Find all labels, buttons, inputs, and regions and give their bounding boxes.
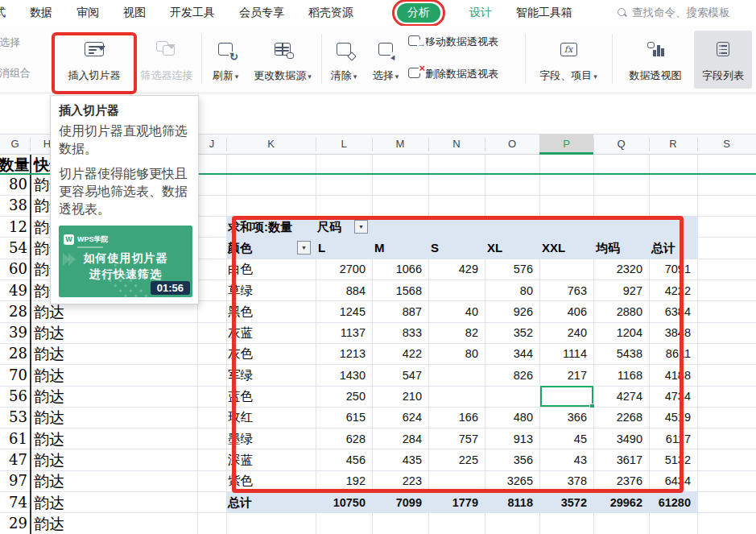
move-pivot-button[interactable]: → 移动数据透视表 bbox=[408, 32, 498, 52]
pivot-grand-total-cell[interactable]: 7099 bbox=[372, 492, 422, 513]
clipped-ungroup-button[interactable]: 取消组合 bbox=[0, 66, 31, 81]
grid-line bbox=[697, 155, 698, 534]
menu-tab-4[interactable]: 会员专享 bbox=[239, 6, 284, 20]
col-header-M[interactable]: M bbox=[372, 135, 428, 154]
source-courier-cell[interactable]: 韵达 bbox=[34, 428, 64, 449]
source-courier-cell[interactable]: 韵达 bbox=[34, 365, 64, 386]
slicer-connections-label: 筛选器连接 bbox=[141, 69, 193, 81]
pivot-grand-total-cell[interactable]: 29962 bbox=[593, 492, 642, 513]
move-pivot-icon: → bbox=[408, 35, 420, 48]
menu-bar: 式 数据审阅视图开发工具会员专享稻壳资源分析设计智能工具箱 查找命令、搜索模板 bbox=[0, 0, 756, 26]
col-header-K[interactable]: K bbox=[226, 135, 316, 154]
clear-button[interactable]: 清除▾ bbox=[325, 31, 362, 89]
col-header-L[interactable]: L bbox=[316, 135, 372, 154]
menu-tab-clipped[interactable]: 式 bbox=[0, 6, 6, 20]
pivot-grand-total-cell[interactable]: 10750 bbox=[316, 492, 366, 513]
menu-tab-3[interactable]: 开发工具 bbox=[170, 6, 215, 20]
slicer-connections-icon bbox=[135, 37, 198, 61]
menu-tab-1[interactable]: 审阅 bbox=[76, 6, 99, 20]
pivot-grand-total-cell[interactable]: 8118 bbox=[485, 492, 533, 513]
menu-items: 数据审阅视图开发工具会员专享稻壳资源分析设计智能工具箱 bbox=[30, 0, 572, 27]
delete-pivot-icon: × bbox=[408, 68, 420, 81]
col-header-J[interactable]: J bbox=[197, 135, 226, 154]
promo-video-thumbnail[interactable]: W WPS学院 如何使用切片器 进行快速筛选 01:56 bbox=[59, 226, 192, 297]
col-header-G[interactable]: G bbox=[0, 135, 30, 154]
source-qty-cell[interactable]: 12 bbox=[0, 217, 27, 238]
field-list-button[interactable]: 字段列表 bbox=[694, 31, 752, 89]
col-header-S[interactable]: S bbox=[697, 135, 756, 154]
video-duration-badge: 01:56 bbox=[151, 281, 190, 295]
pivot-grand-total-cell[interactable]: 61280 bbox=[649, 492, 691, 513]
col-header-R[interactable]: R bbox=[649, 135, 697, 154]
dropdown-caret-icon: ▾ bbox=[593, 72, 597, 81]
source-qty-cell[interactable]: 53 bbox=[0, 407, 27, 428]
source-table-divider bbox=[30, 155, 31, 534]
source-courier-cell[interactable]: 韵达 bbox=[34, 343, 64, 364]
refresh-label: 刷新 bbox=[213, 69, 233, 81]
wps-academy-label: WPS学院 bbox=[77, 235, 109, 243]
search-icon bbox=[618, 8, 627, 18]
source-courier-cell[interactable]: 韵达 bbox=[34, 492, 64, 513]
tab-analyze-active[interactable]: 分析 bbox=[397, 3, 440, 23]
source-qty-cell[interactable]: 49 bbox=[0, 280, 27, 301]
source-qty-cell[interactable]: 56 bbox=[0, 386, 27, 407]
pivot-chart-label: 数据透视图 bbox=[630, 69, 682, 81]
annotation-red-box-pivot bbox=[232, 216, 684, 493]
source-qty-cell[interactable]: 54 bbox=[0, 238, 27, 259]
source-courier-cell[interactable]: 韵达 bbox=[34, 449, 64, 470]
col-header-P[interactable]: P bbox=[539, 135, 593, 155]
menu-tab-5[interactable]: 稻壳资源 bbox=[308, 6, 353, 20]
toolbar-separator bbox=[612, 34, 613, 84]
change-data-source-label: 更改数据源 bbox=[254, 69, 306, 81]
clear-label: 清除 bbox=[331, 69, 352, 81]
source-qty-cell[interactable]: 61 bbox=[0, 428, 27, 449]
source-qty-cell[interactable]: 28 bbox=[0, 301, 27, 322]
col-header-O[interactable]: O bbox=[485, 135, 539, 154]
select-button[interactable]: ▲ 选择▾ bbox=[367, 31, 404, 89]
tooltip-line1: 使用切片器直观地筛选数据。 bbox=[59, 122, 192, 158]
fx-icon: fx bbox=[530, 37, 607, 61]
source-qty-cell[interactable]: 74 bbox=[0, 492, 27, 513]
search-label: 查找命令、搜索模板 bbox=[632, 6, 730, 20]
col-header-N[interactable]: N bbox=[428, 135, 485, 154]
pivot-chart-button[interactable]: 数据透视图 bbox=[618, 31, 692, 89]
source-courier-cell[interactable]: 韵达 bbox=[34, 407, 64, 428]
move-pivot-label: 移动数据透视表 bbox=[425, 35, 498, 49]
refresh-button[interactable]: ↻ 刷新▾ bbox=[206, 31, 245, 89]
col-header-Q[interactable]: Q bbox=[593, 135, 649, 154]
source-courier-cell[interactable]: 韵达 bbox=[34, 513, 64, 534]
source-qty-cell[interactable]: 97 bbox=[0, 470, 27, 491]
clipped-group-select-button[interactable]: 组选择 bbox=[0, 35, 20, 50]
change-data-source-icon bbox=[248, 37, 317, 61]
command-search[interactable]: 查找命令、搜索模板 bbox=[618, 6, 730, 20]
pivot-grand-total-cell[interactable]: 3572 bbox=[539, 492, 587, 513]
select-icon: ▲ bbox=[367, 37, 404, 61]
source-qty-cell[interactable]: 29 bbox=[0, 513, 27, 534]
promo-title-line1: 如何使用切片器 bbox=[59, 251, 192, 266]
source-courier-cell[interactable]: 韵达 bbox=[34, 470, 64, 491]
insert-slicer-tooltip: 插入切片器 使用切片器直观地筛选数据。 切片器使得能够更快且更容易地筛选表、数据… bbox=[50, 95, 199, 304]
source-qty-cell[interactable]: 60 bbox=[0, 259, 27, 279]
source-qty-cell[interactable]: 47 bbox=[0, 449, 27, 470]
source-courier-cell[interactable]: 韵达 bbox=[34, 322, 64, 343]
source-courier-cell[interactable]: 韵达 bbox=[34, 386, 64, 407]
fields-items-button[interactable]: fx 字段、项目▾ bbox=[530, 31, 607, 89]
wps-logo-icon: W bbox=[64, 234, 74, 245]
menu-tab-7[interactable]: 设计 bbox=[469, 6, 492, 20]
delete-pivot-button[interactable]: × 删除数据透视表 bbox=[408, 64, 498, 84]
slicer-connections-button: 筛选器连接 bbox=[135, 31, 198, 89]
source-qty-cell[interactable]: 70 bbox=[0, 365, 27, 386]
source-qty-cell[interactable]: 39 bbox=[0, 322, 27, 343]
change-data-source-button[interactable]: 更改数据源▾ bbox=[248, 31, 317, 89]
dropdown-caret-icon: ▾ bbox=[235, 72, 239, 81]
pivot-grand-total-cell[interactable]: 1779 bbox=[428, 492, 478, 513]
source-qty-cell[interactable]: 80 bbox=[0, 174, 27, 195]
menu-tab-8[interactable]: 智能工具箱 bbox=[516, 6, 572, 20]
pivot-grand-total-label[interactable]: 总计 bbox=[228, 492, 252, 513]
source-qty-cell[interactable]: 38 bbox=[0, 195, 27, 216]
menu-tab-2[interactable]: 视图 bbox=[123, 6, 146, 20]
toolbar-separator bbox=[201, 34, 202, 84]
menu-tab-0[interactable]: 数据 bbox=[30, 6, 52, 20]
source-qty-cell[interactable]: 28 bbox=[0, 343, 27, 364]
tooltip-title: 插入切片器 bbox=[59, 103, 192, 118]
